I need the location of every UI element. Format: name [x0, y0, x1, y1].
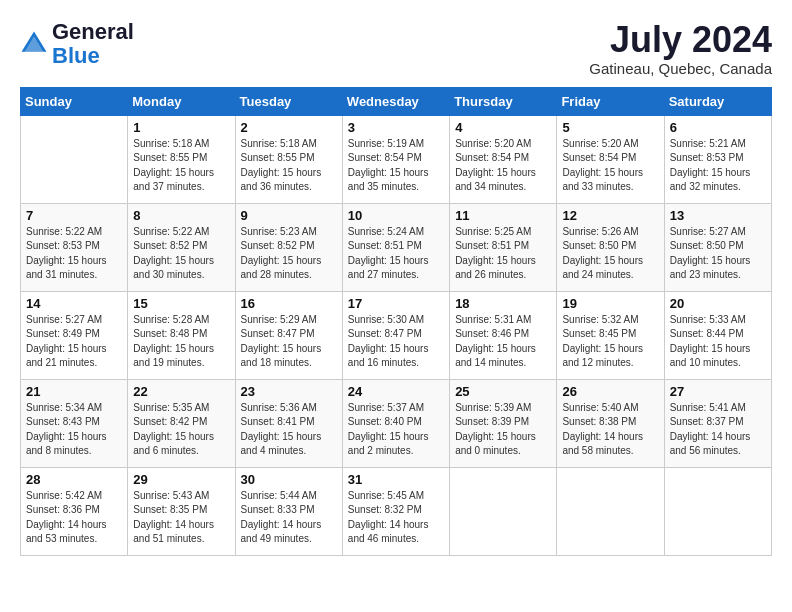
day-number: 9 — [241, 208, 337, 223]
day-number: 14 — [26, 296, 122, 311]
day-number: 15 — [133, 296, 229, 311]
day-info: Sunrise: 5:44 AMSunset: 8:33 PMDaylight:… — [241, 489, 337, 547]
week-row-4: 21 Sunrise: 5:34 AMSunset: 8:43 PMDaylig… — [21, 379, 772, 467]
day-info: Sunrise: 5:33 AMSunset: 8:44 PMDaylight:… — [670, 313, 766, 371]
day-cell — [21, 115, 128, 203]
day-cell: 14 Sunrise: 5:27 AMSunset: 8:49 PMDaylig… — [21, 291, 128, 379]
calendar-table: SundayMondayTuesdayWednesdayThursdayFrid… — [20, 87, 772, 556]
day-cell: 2 Sunrise: 5:18 AMSunset: 8:55 PMDayligh… — [235, 115, 342, 203]
day-cell — [664, 467, 771, 555]
day-cell: 8 Sunrise: 5:22 AMSunset: 8:52 PMDayligh… — [128, 203, 235, 291]
day-header-thursday: Thursday — [450, 87, 557, 115]
week-row-1: 1 Sunrise: 5:18 AMSunset: 8:55 PMDayligh… — [21, 115, 772, 203]
day-cell: 5 Sunrise: 5:20 AMSunset: 8:54 PMDayligh… — [557, 115, 664, 203]
day-info: Sunrise: 5:27 AMSunset: 8:49 PMDaylight:… — [26, 313, 122, 371]
day-info: Sunrise: 5:18 AMSunset: 8:55 PMDaylight:… — [133, 137, 229, 195]
day-cell: 25 Sunrise: 5:39 AMSunset: 8:39 PMDaylig… — [450, 379, 557, 467]
day-cell: 16 Sunrise: 5:29 AMSunset: 8:47 PMDaylig… — [235, 291, 342, 379]
day-header-wednesday: Wednesday — [342, 87, 449, 115]
day-number: 17 — [348, 296, 444, 311]
day-header-monday: Monday — [128, 87, 235, 115]
day-info: Sunrise: 5:45 AMSunset: 8:32 PMDaylight:… — [348, 489, 444, 547]
day-cell: 9 Sunrise: 5:23 AMSunset: 8:52 PMDayligh… — [235, 203, 342, 291]
location: Gatineau, Quebec, Canada — [589, 60, 772, 77]
day-number: 27 — [670, 384, 766, 399]
day-number: 29 — [133, 472, 229, 487]
day-info: Sunrise: 5:22 AMSunset: 8:53 PMDaylight:… — [26, 225, 122, 283]
day-info: Sunrise: 5:27 AMSunset: 8:50 PMDaylight:… — [670, 225, 766, 283]
day-number: 10 — [348, 208, 444, 223]
day-info: Sunrise: 5:42 AMSunset: 8:36 PMDaylight:… — [26, 489, 122, 547]
day-header-tuesday: Tuesday — [235, 87, 342, 115]
day-info: Sunrise: 5:30 AMSunset: 8:47 PMDaylight:… — [348, 313, 444, 371]
day-info: Sunrise: 5:32 AMSunset: 8:45 PMDaylight:… — [562, 313, 658, 371]
header-row: SundayMondayTuesdayWednesdayThursdayFrid… — [21, 87, 772, 115]
day-cell: 15 Sunrise: 5:28 AMSunset: 8:48 PMDaylig… — [128, 291, 235, 379]
day-cell: 29 Sunrise: 5:43 AMSunset: 8:35 PMDaylig… — [128, 467, 235, 555]
day-cell: 18 Sunrise: 5:31 AMSunset: 8:46 PMDaylig… — [450, 291, 557, 379]
day-cell: 4 Sunrise: 5:20 AMSunset: 8:54 PMDayligh… — [450, 115, 557, 203]
day-number: 11 — [455, 208, 551, 223]
day-number: 8 — [133, 208, 229, 223]
day-info: Sunrise: 5:25 AMSunset: 8:51 PMDaylight:… — [455, 225, 551, 283]
day-number: 31 — [348, 472, 444, 487]
day-info: Sunrise: 5:37 AMSunset: 8:40 PMDaylight:… — [348, 401, 444, 459]
day-cell: 22 Sunrise: 5:35 AMSunset: 8:42 PMDaylig… — [128, 379, 235, 467]
day-cell: 23 Sunrise: 5:36 AMSunset: 8:41 PMDaylig… — [235, 379, 342, 467]
day-cell: 11 Sunrise: 5:25 AMSunset: 8:51 PMDaylig… — [450, 203, 557, 291]
day-number: 2 — [241, 120, 337, 135]
day-number: 20 — [670, 296, 766, 311]
day-number: 18 — [455, 296, 551, 311]
day-info: Sunrise: 5:23 AMSunset: 8:52 PMDaylight:… — [241, 225, 337, 283]
day-cell: 24 Sunrise: 5:37 AMSunset: 8:40 PMDaylig… — [342, 379, 449, 467]
day-info: Sunrise: 5:20 AMSunset: 8:54 PMDaylight:… — [455, 137, 551, 195]
day-cell: 21 Sunrise: 5:34 AMSunset: 8:43 PMDaylig… — [21, 379, 128, 467]
day-number: 21 — [26, 384, 122, 399]
day-header-friday: Friday — [557, 87, 664, 115]
day-info: Sunrise: 5:19 AMSunset: 8:54 PMDaylight:… — [348, 137, 444, 195]
day-info: Sunrise: 5:39 AMSunset: 8:39 PMDaylight:… — [455, 401, 551, 459]
day-number: 30 — [241, 472, 337, 487]
day-info: Sunrise: 5:29 AMSunset: 8:47 PMDaylight:… — [241, 313, 337, 371]
day-info: Sunrise: 5:43 AMSunset: 8:35 PMDaylight:… — [133, 489, 229, 547]
day-number: 19 — [562, 296, 658, 311]
day-info: Sunrise: 5:41 AMSunset: 8:37 PMDaylight:… — [670, 401, 766, 459]
day-info: Sunrise: 5:28 AMSunset: 8:48 PMDaylight:… — [133, 313, 229, 371]
day-number: 28 — [26, 472, 122, 487]
day-info: Sunrise: 5:24 AMSunset: 8:51 PMDaylight:… — [348, 225, 444, 283]
title-block: July 2024 Gatineau, Quebec, Canada — [589, 20, 772, 77]
day-number: 3 — [348, 120, 444, 135]
day-cell: 27 Sunrise: 5:41 AMSunset: 8:37 PMDaylig… — [664, 379, 771, 467]
day-cell: 19 Sunrise: 5:32 AMSunset: 8:45 PMDaylig… — [557, 291, 664, 379]
day-cell: 3 Sunrise: 5:19 AMSunset: 8:54 PMDayligh… — [342, 115, 449, 203]
day-number: 22 — [133, 384, 229, 399]
day-number: 5 — [562, 120, 658, 135]
day-number: 7 — [26, 208, 122, 223]
day-cell: 31 Sunrise: 5:45 AMSunset: 8:32 PMDaylig… — [342, 467, 449, 555]
day-number: 1 — [133, 120, 229, 135]
day-number: 13 — [670, 208, 766, 223]
day-info: Sunrise: 5:36 AMSunset: 8:41 PMDaylight:… — [241, 401, 337, 459]
day-cell — [557, 467, 664, 555]
day-cell: 13 Sunrise: 5:27 AMSunset: 8:50 PMDaylig… — [664, 203, 771, 291]
month-year: July 2024 — [589, 20, 772, 60]
day-info: Sunrise: 5:18 AMSunset: 8:55 PMDaylight:… — [241, 137, 337, 195]
day-info: Sunrise: 5:21 AMSunset: 8:53 PMDaylight:… — [670, 137, 766, 195]
day-number: 24 — [348, 384, 444, 399]
day-number: 25 — [455, 384, 551, 399]
logo-text: General Blue — [52, 20, 134, 68]
day-info: Sunrise: 5:20 AMSunset: 8:54 PMDaylight:… — [562, 137, 658, 195]
day-number: 26 — [562, 384, 658, 399]
week-row-2: 7 Sunrise: 5:22 AMSunset: 8:53 PMDayligh… — [21, 203, 772, 291]
day-cell: 12 Sunrise: 5:26 AMSunset: 8:50 PMDaylig… — [557, 203, 664, 291]
day-number: 12 — [562, 208, 658, 223]
day-info: Sunrise: 5:40 AMSunset: 8:38 PMDaylight:… — [562, 401, 658, 459]
day-number: 6 — [670, 120, 766, 135]
day-cell — [450, 467, 557, 555]
day-cell: 1 Sunrise: 5:18 AMSunset: 8:55 PMDayligh… — [128, 115, 235, 203]
day-info: Sunrise: 5:34 AMSunset: 8:43 PMDaylight:… — [26, 401, 122, 459]
day-cell: 10 Sunrise: 5:24 AMSunset: 8:51 PMDaylig… — [342, 203, 449, 291]
day-cell: 26 Sunrise: 5:40 AMSunset: 8:38 PMDaylig… — [557, 379, 664, 467]
day-header-saturday: Saturday — [664, 87, 771, 115]
day-info: Sunrise: 5:22 AMSunset: 8:52 PMDaylight:… — [133, 225, 229, 283]
